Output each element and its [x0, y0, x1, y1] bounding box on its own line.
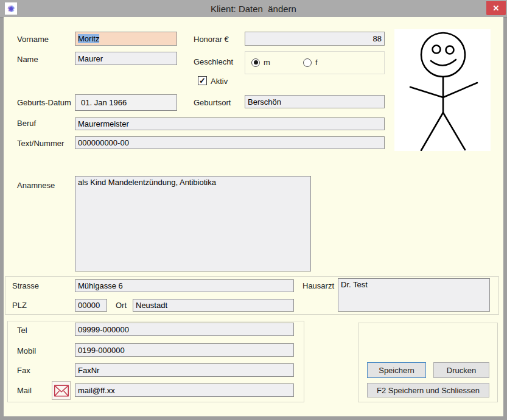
honorar-label: Honorar €	[194, 35, 229, 44]
fax-label: Fax	[17, 366, 30, 375]
selected-text: Moritz	[78, 34, 99, 43]
speichern-button[interactable]: Speichern	[367, 362, 426, 378]
plz-input[interactable]: 00000	[75, 299, 107, 312]
radio-f-icon	[303, 58, 312, 67]
tel-label: Tel	[17, 326, 27, 335]
send-mail-button[interactable]	[52, 381, 71, 400]
vorname-label: Vorname	[17, 35, 49, 44]
mail-input[interactable]: mail@ff.xx	[75, 383, 294, 397]
strasse-input[interactable]: Mühlgasse 6	[75, 279, 294, 292]
vorname-input[interactable]: Moritz	[75, 32, 177, 46]
aktiv-checkbox[interactable]: ✓	[198, 76, 207, 85]
beruf-label: Beruf	[17, 119, 36, 128]
drucken-button[interactable]: Drucken	[433, 362, 489, 378]
geburtsort-input[interactable]: Berschön	[245, 95, 385, 108]
hausarzt-label: Hausarzt	[302, 281, 334, 290]
aktiv-label: Aktiv	[211, 77, 228, 86]
tel-input[interactable]: 09999-000000	[75, 323, 294, 336]
name-input[interactable]: Maurer	[75, 52, 177, 65]
name-label: Name	[17, 55, 38, 64]
f2-speichern-schliessen-button[interactable]: F2 Speichern und Schliessen	[367, 383, 489, 397]
client-edit-dialog: ✺ Klient: Daten ändern ✕ Vorname Moritz …	[0, 0, 507, 420]
anamnese-textarea[interactable]: als Kind Mandelentzündung, Antibiotika	[75, 176, 311, 271]
radio-option-m[interactable]: m	[251, 58, 270, 67]
textnummer-input[interactable]: 000000000-00	[75, 136, 385, 149]
title-bar[interactable]: ✺ Klient: Daten ändern ✕	[0, 0, 507, 18]
window-title: Klient: Daten ändern	[0, 0, 507, 17]
honorar-input[interactable]: 88	[245, 32, 385, 46]
ort-input[interactable]: Neustadt	[133, 299, 294, 312]
mail-envelope-icon	[54, 384, 69, 397]
close-icon: ✕	[493, 4, 500, 13]
geburtsort-label: Geburtsort	[194, 98, 231, 107]
strasse-label: Strasse	[12, 281, 39, 290]
textnummer-label: Text/Nummer	[17, 139, 64, 148]
geschlecht-label: Geschlecht	[194, 57, 233, 66]
mail-label: Mail	[17, 386, 32, 395]
stick-figure-image	[394, 29, 491, 151]
anamnese-label: Anamnese	[17, 181, 55, 190]
beruf-input[interactable]: Maurermeister	[75, 117, 385, 130]
fax-input[interactable]: FaxNr	[75, 363, 294, 377]
ort-label: Ort	[116, 301, 127, 310]
radio-option-f[interactable]: f	[303, 58, 318, 67]
mobil-label: Mobil	[17, 346, 36, 355]
geschlecht-groupbox: m f	[245, 51, 385, 74]
hausarzt-textarea[interactable]: Dr. Test	[338, 278, 490, 312]
check-icon: ✓	[199, 77, 206, 85]
radio-m-label: m	[264, 58, 270, 67]
mobil-input[interactable]: 0199-000000	[75, 343, 294, 357]
radio-m-icon	[251, 58, 260, 67]
close-button[interactable]: ✕	[486, 1, 506, 15]
radio-f-label: f	[315, 58, 318, 67]
plz-label: PLZ	[12, 301, 27, 310]
geburtsdatum-label: Geburts-Datum	[17, 98, 71, 107]
client-photo	[394, 29, 491, 151]
geburtsdatum-input[interactable]: 01. Jan 1966	[75, 94, 177, 111]
